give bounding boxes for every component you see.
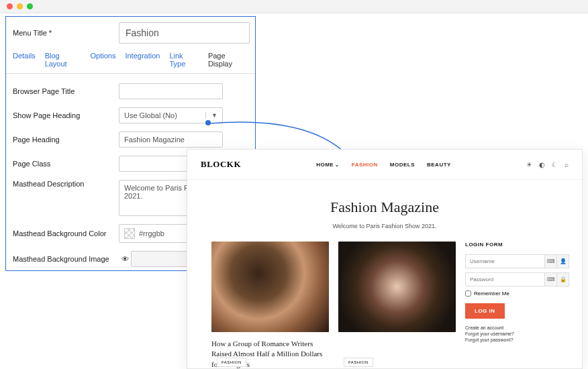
nav-models[interactable]: MODELS [390,162,415,168]
masthead-desc-label: Masthead Description [13,180,119,188]
toggle-icon[interactable]: ◐ [539,161,545,168]
remember-label: Remember Me [474,291,509,297]
content-area: FASHION How a Group of Romance Writers R… [187,242,582,369]
category-tag[interactable]: FASHION [344,358,373,367]
settings-tabs: Details Blog Layout Options Integration … [6,52,255,74]
select-value: Use Global (No) [124,111,177,119]
page-class-label: Page Class [13,160,119,168]
menu-title-input[interactable] [119,22,250,44]
username-input[interactable] [465,254,545,268]
preview-header: BLOCKK HOME⌄ FASHION MODELS BEAUTY ☀ ◐ ☾… [187,150,582,180]
remember-me-row: Remember Me [465,291,569,297]
eye-icon[interactable]: 👁 [119,255,131,263]
tab-blog-layout[interactable]: Blog Layout [45,52,81,68]
login-sidebar: LOGIN FORM ⌨ 👤 ⌨ 🔒 Remember Me LOG IN Cr… [465,242,569,369]
window-titlebar [0,0,588,13]
remember-checkbox[interactable] [465,291,471,297]
forgot-username-link[interactable]: Forgot your username? [465,331,569,336]
page-title: Fashion Magazine [187,199,582,216]
nav-home[interactable]: HOME⌄ [316,162,340,168]
tab-integration[interactable]: Integration [125,52,160,68]
nav-beauty[interactable]: BEAUTY [427,162,451,168]
article-card[interactable]: FASHION How a Group of Romance Writers R… [211,242,329,369]
article-image [338,242,456,332]
keyboard-icon[interactable]: ⌨ [545,254,557,268]
category-tag[interactable]: FASHION [217,358,246,367]
page-subtitle: Welcome to Paris Fashion Show 2021. [187,223,582,229]
masthead-bg-color-label: Masthead Background Color [13,229,119,238]
color-placeholder: #rrggbb [139,229,164,238]
page-heading-input[interactable] [119,131,223,148]
login-form-title: LOGIN FORM [465,242,569,248]
menu-title-label: Menu Title * [13,29,119,37]
tab-link-type[interactable]: Link Type [169,52,198,68]
lock-icon: 🔒 [557,272,569,286]
login-links: Create an account Forgot your username? … [465,325,569,342]
article-image [211,242,329,332]
page-heading-label: Page Heading [13,136,119,144]
chevron-down-icon: ▼ [205,112,217,119]
tab-page-display[interactable]: Page Display [208,52,248,68]
maximize-icon[interactable] [27,3,33,9]
article-card[interactable]: FASHION [338,242,456,369]
moon-icon[interactable]: ☾ [552,161,558,168]
tab-options[interactable]: Options [91,52,116,68]
user-icon: 👤 [557,254,569,268]
show-page-heading-label: Show Page Heading [13,111,119,119]
browser-page-title-input[interactable] [119,83,223,99]
site-preview: BLOCKK HOME⌄ FASHION MODELS BEAUTY ☀ ◐ ☾… [187,149,583,369]
tab-details[interactable]: Details [13,52,36,68]
hero-section: Fashion Magazine Welcome to Paris Fashio… [187,180,582,242]
login-button[interactable]: LOG IN [465,303,505,319]
connector-dot [205,120,211,125]
nav-fashion[interactable]: FASHION [352,162,378,168]
sun-icon[interactable]: ☀ [526,161,532,168]
header-icons: ☀ ◐ ☾ ⌕ [526,161,569,168]
create-account-link[interactable]: Create an account [465,325,569,330]
brand-logo[interactable]: BLOCKK [201,159,241,170]
close-icon[interactable] [7,3,13,9]
search-icon[interactable]: ⌕ [565,161,569,168]
browser-page-title-label: Browser Page Title [13,87,119,95]
minimize-icon[interactable] [17,3,23,9]
forgot-password-link[interactable]: Forgot your password? [465,337,569,342]
chevron-down-icon: ⌄ [335,162,340,167]
password-input[interactable] [465,272,545,286]
keyboard-icon[interactable]: ⌨ [545,272,557,286]
color-swatch-icon [124,228,135,239]
main-nav: HOME⌄ FASHION MODELS BEAUTY [316,162,451,168]
masthead-bg-image-label: Masthead Background Image [13,255,119,263]
